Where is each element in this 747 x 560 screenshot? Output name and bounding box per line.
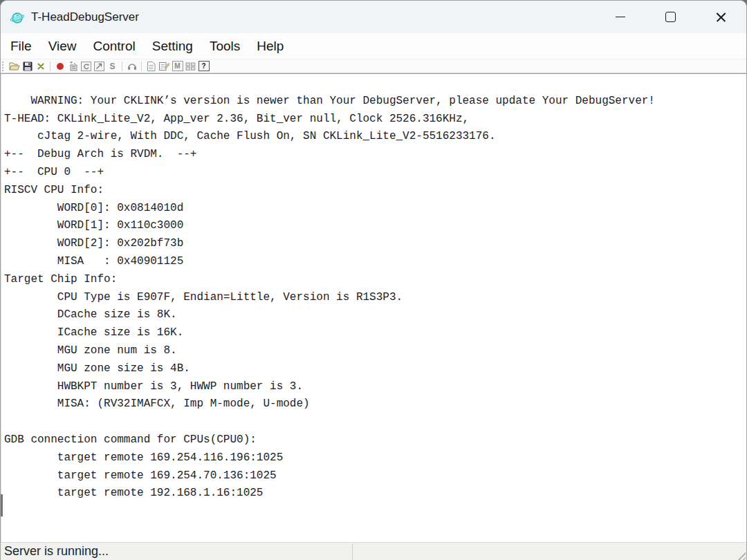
memory-icon-glyph: M [172, 61, 183, 71]
toolbar-separator [122, 62, 122, 71]
resize-grip[interactable] [736, 550, 746, 560]
menu-item-file[interactable]: File [2, 37, 40, 56]
status-divider [352, 543, 353, 560]
close-icon [716, 12, 726, 22]
flash-download-icon[interactable] [67, 61, 79, 72]
register-icon[interactable] [185, 61, 196, 72]
menu-item-tools[interactable]: Tools [201, 37, 248, 56]
script-icon-glyph: S [109, 62, 115, 71]
text-caret [1, 494, 3, 516]
status-message: Server is running... [1, 544, 109, 559]
log-icon[interactable] [145, 61, 157, 72]
save-icon[interactable] [21, 61, 33, 72]
toolbar: SM? [1, 59, 746, 73]
edit-log-icon[interactable] [158, 61, 170, 72]
console-area[interactable]: WARNING: Your CKLINK’s version is newer … [1, 73, 746, 542]
app-window: T-HeadDebugServer FileViewControlSetting… [0, 0, 747, 560]
open-icon[interactable] [8, 61, 20, 72]
menu-item-help[interactable]: Help [248, 37, 292, 56]
toolbar-grip[interactable] [2, 62, 6, 71]
menu-bar: FileViewControlSettingToolsHelp [1, 33, 746, 59]
toolbar-separator [50, 62, 50, 71]
window-title: T-HeadDebugServer [31, 10, 139, 24]
script-icon[interactable]: S [107, 61, 118, 72]
title-bar: T-HeadDebugServer [1, 1, 746, 33]
disconnect-icon[interactable] [35, 61, 46, 72]
menu-item-control[interactable]: Control [84, 37, 143, 56]
run-icon[interactable] [93, 61, 105, 72]
help-icon-glyph: ? [199, 61, 210, 71]
maximize-icon [665, 12, 676, 22]
close-button[interactable] [696, 1, 746, 33]
memory-icon[interactable]: M [172, 61, 183, 72]
toolbar-separator [141, 62, 142, 71]
minimize-button[interactable] [595, 1, 645, 33]
console-output: WARNING: Your CKLINK’s version is newer … [4, 95, 655, 500]
menu-item-view[interactable]: View [40, 37, 85, 56]
monitor-icon[interactable] [126, 61, 138, 72]
record-icon[interactable] [54, 61, 66, 72]
globe-icon [10, 10, 25, 25]
minimize-icon [616, 17, 625, 17]
menu-item-setting[interactable]: Setting [144, 37, 201, 56]
help-icon[interactable]: ? [198, 61, 210, 72]
maximize-button[interactable] [645, 1, 696, 33]
status-bar: Server is running... [1, 542, 746, 560]
reset-icon[interactable] [80, 61, 92, 72]
window-controls [595, 1, 746, 33]
